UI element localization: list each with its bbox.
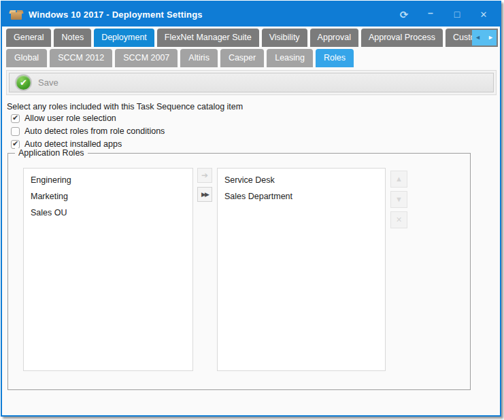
tab-scroll-right-icon[interactable]: ► <box>488 35 494 41</box>
order-icon: ▲ <box>395 175 403 183</box>
subtab-label: Casper <box>229 53 256 63</box>
subtab-label: SCCM 2012 <box>58 53 104 63</box>
checkbox-allow-user-role-selection[interactable]: Allow user role selection <box>11 113 165 123</box>
checkbox-group: Allow user role selection Auto detect ro… <box>11 113 165 152</box>
tab-notes[interactable]: Notes <box>54 29 91 47</box>
tab-label: Notes <box>61 33 84 42</box>
assigned-role-service-desk[interactable]: Service Desk <box>218 172 385 188</box>
primary-tab-bar: GeneralNotesDeploymentFlexNet Manager Su… <box>6 29 498 47</box>
tab-deployment[interactable]: Deployment <box>94 29 154 47</box>
subtab-sccm-2012[interactable]: SCCM 2012 <box>50 49 112 67</box>
order-move-down[interactable]: ▼ <box>390 191 407 208</box>
subtab-roles[interactable]: Roles <box>316 49 354 67</box>
checkbox-label: Auto detect installed apps <box>24 139 122 149</box>
title-bar: Windows 10 2017 - Deployment Settings ⟳ … <box>2 2 500 27</box>
groupbox-legend: Application Roles <box>15 148 88 158</box>
tab-visibility[interactable]: Visibility <box>262 29 307 47</box>
transfer-buttons: ➔▶▶ <box>197 168 212 202</box>
checkbox-box[interactable] <box>11 127 20 136</box>
subtab-sccm-2007[interactable]: SCCM 2007 <box>115 49 178 67</box>
checkbox-label: Auto detect roles from role conditions <box>24 126 165 136</box>
save-button[interactable]: ✔ Save <box>15 74 58 91</box>
order-icon: ▼ <box>395 196 403 203</box>
tab-label: Approval Process <box>369 33 435 42</box>
transfer-move-right[interactable]: ➔ <box>197 168 212 183</box>
subtab-global[interactable]: Global <box>6 49 47 67</box>
save-label: Save <box>38 77 58 88</box>
checkbox-auto-detect-roles-from-role-conditions[interactable]: Auto detect roles from role conditions <box>11 126 165 136</box>
minimize-button[interactable]: – <box>425 8 436 18</box>
tab-scroller: ◄ ► <box>472 30 497 46</box>
save-check-icon: ✔ <box>15 74 32 91</box>
assigned-roles-list[interactable]: Service DeskSales Department <box>217 168 386 371</box>
checkbox-auto-detect-installed-apps[interactable]: Auto detect installed apps <box>11 139 165 149</box>
order-move-up[interactable]: ▲ <box>390 171 407 188</box>
available-roles-list[interactable]: EngineringMarketingSales OU <box>23 168 193 371</box>
dialog-window: Windows 10 2017 - Deployment Settings ⟳ … <box>1 1 501 417</box>
close-button[interactable]: ✕ <box>478 10 489 19</box>
tab-label: Approval <box>318 33 351 42</box>
tab-approval-process[interactable]: Approval Process <box>361 29 443 47</box>
subtab-altiris[interactable]: Altiris <box>180 49 218 67</box>
arrow-icon: ➔ <box>201 171 208 179</box>
available-role-sales-ou[interactable]: Sales OU <box>24 205 192 221</box>
checkbox-box[interactable] <box>11 140 20 149</box>
package-icon <box>10 10 22 20</box>
toolbar: ✔ Save <box>6 70 497 95</box>
subtab-label: Roles <box>324 53 346 63</box>
secondary-tab-bar: GlobalSCCM 2012SCCM 2007AltirisCasperLea… <box>6 49 354 67</box>
application-roles-groupbox: Application Roles EngineringMarketingSal… <box>7 153 471 390</box>
available-role-marketing[interactable]: Marketing <box>24 188 192 205</box>
window-title: Windows 10 2017 - Deployment Settings <box>29 10 203 20</box>
intro-text: Select any roles included with this Task… <box>7 102 243 111</box>
tab-general[interactable]: General <box>6 29 51 47</box>
order-icon: ✕ <box>396 216 402 224</box>
assigned-role-sales-department[interactable]: Sales Department <box>218 188 385 205</box>
tab-flexnet-manager-suite[interactable]: FlexNet Manager Suite <box>157 29 259 47</box>
subtab-leasing[interactable]: Leasing <box>267 49 313 67</box>
subtab-casper[interactable]: Casper <box>220 49 264 67</box>
checkbox-box[interactable] <box>11 114 20 123</box>
tab-label: Visibility <box>269 33 300 42</box>
available-role-enginering[interactable]: Enginering <box>24 172 192 188</box>
subtab-label: SCCM 2007 <box>123 53 169 63</box>
tab-label: FlexNet Manager Suite <box>165 33 252 42</box>
checkbox-label: Allow user role selection <box>24 113 116 123</box>
maximize-button[interactable]: □ <box>452 10 463 19</box>
subtab-label: Altiris <box>188 53 209 63</box>
tab-approval[interactable]: Approval <box>310 29 358 47</box>
order-buttons: ▲▼✕ <box>390 171 407 228</box>
tab-scroll-left-icon[interactable]: ◄ <box>475 35 481 41</box>
tab-label: Deployment <box>101 33 147 42</box>
subtab-label: Global <box>14 53 39 63</box>
tab-label: General <box>14 33 44 42</box>
order-remove[interactable]: ✕ <box>390 211 407 228</box>
refresh-icon[interactable]: ⟳ <box>399 10 409 20</box>
arrow-icon: ▶▶ <box>201 192 208 198</box>
transfer-move-all-right[interactable]: ▶▶ <box>197 187 212 202</box>
subtab-label: Leasing <box>275 53 305 63</box>
